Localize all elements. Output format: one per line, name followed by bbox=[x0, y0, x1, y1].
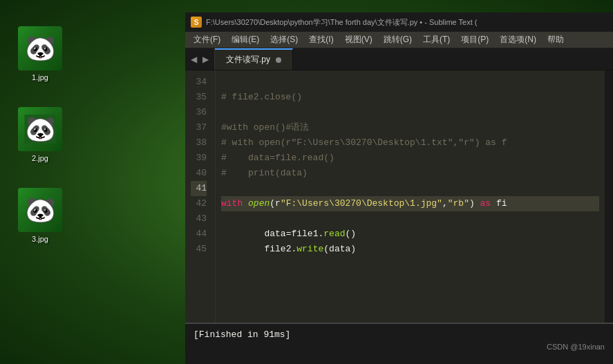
menu-goto[interactable]: 跳转(G) bbox=[378, 32, 417, 47]
line-num-43: 43 bbox=[191, 211, 207, 227]
menu-view[interactable]: 视图(V) bbox=[339, 32, 378, 47]
line-num-40: 40 bbox=[191, 166, 207, 181]
menu-project[interactable]: 项目(P) bbox=[455, 32, 494, 47]
sublime-text-window: S F:\Users\30270\Desktop\python学习\The fo… bbox=[185, 12, 613, 364]
icon-thumbnail-2 bbox=[18, 107, 62, 151]
vertical-scrollbar[interactable] bbox=[605, 70, 613, 323]
line-num-37: 37 bbox=[191, 120, 207, 135]
menu-file[interactable]: 文件(F) bbox=[188, 32, 226, 47]
tab-label: 文件读写.py bbox=[226, 54, 270, 66]
tab-wenjianduixie[interactable]: 文件读写.py bbox=[215, 48, 293, 70]
menu-tools[interactable]: 工具(T) bbox=[417, 32, 455, 47]
icon-label-1jpg: 1.jpg bbox=[32, 73, 48, 82]
line-num-36: 36 bbox=[191, 105, 207, 120]
menu-preferences[interactable]: 首选项(N) bbox=[494, 32, 542, 47]
line-num-42: 42 bbox=[191, 196, 207, 211]
desktop-icon-1jpg[interactable]: 1.jpg bbox=[12, 26, 68, 82]
sublime-icon: S bbox=[191, 17, 202, 28]
line-num-44: 44 bbox=[191, 227, 207, 242]
menu-help[interactable]: 帮助 bbox=[542, 32, 569, 47]
console-area: [Finished in 91ms] CSDN @19xinan bbox=[185, 323, 613, 364]
icon-thumbnail-3 bbox=[18, 188, 62, 232]
menu-edit[interactable]: 编辑(E) bbox=[226, 32, 265, 47]
line-num-38: 38 bbox=[191, 135, 207, 151]
line-num-41: 41 bbox=[191, 181, 207, 196]
tab-nav-right[interactable]: ▶ bbox=[200, 53, 211, 66]
icon-label-3jpg: 3.jpg bbox=[32, 235, 48, 243]
menu-find[interactable]: 查找(I) bbox=[303, 32, 339, 47]
line-num-39: 39 bbox=[191, 151, 207, 166]
code-content[interactable]: # file2.close() #with open()#语法 # with o… bbox=[216, 70, 605, 323]
desktop-icon-2jpg[interactable]: 2.jpg bbox=[12, 107, 68, 162]
tab-modified-dot bbox=[276, 57, 281, 63]
console-watermark: CSDN @19xinan bbox=[194, 343, 605, 351]
code-area: 34 35 36 37 38 39 40 41 42 43 44 45 # fi… bbox=[185, 70, 613, 323]
desktop-icon-3jpg[interactable]: 3.jpg bbox=[12, 188, 68, 243]
menu-select[interactable]: 选择(S) bbox=[265, 32, 303, 47]
icon-thumbnail-1 bbox=[18, 26, 62, 70]
editor-area: 34 35 36 37 38 39 40 41 42 43 44 45 # fi… bbox=[185, 70, 613, 364]
menu-bar: 文件(F) 编辑(E) 选择(S) 查找(I) 视图(V) 跳转(G) 工具(T… bbox=[185, 32, 613, 48]
line-num-45: 45 bbox=[191, 242, 207, 257]
line-numbers: 34 35 36 37 38 39 40 41 42 43 44 45 bbox=[185, 70, 216, 323]
icon-label-2jpg: 2.jpg bbox=[32, 154, 48, 162]
tab-nav-left[interactable]: ◀ bbox=[188, 53, 200, 66]
tab-bar: ◀ ▶ 文件读写.py bbox=[185, 48, 613, 70]
title-bar: S F:\Users\30270\Desktop\python学习\The fo… bbox=[185, 12, 613, 32]
line-num-35: 35 bbox=[191, 90, 207, 105]
line-num-34: 34 bbox=[191, 75, 207, 90]
tab-nav-arrows[interactable]: ◀ ▶ bbox=[185, 48, 215, 70]
window-title: F:\Users\30270\Desktop\python学习\The fort… bbox=[206, 17, 477, 28]
console-output: [Finished in 91ms] bbox=[194, 329, 605, 340]
